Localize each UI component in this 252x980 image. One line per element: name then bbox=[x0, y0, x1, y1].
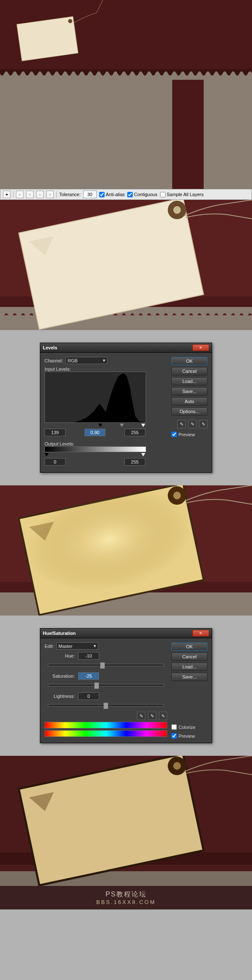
subtract-selection-icon[interactable]: ▫ bbox=[36, 191, 44, 198]
chevron-down-icon: ▾ bbox=[94, 643, 96, 649]
white-point-slider bbox=[141, 424, 145, 427]
footer: PS教程论坛 BBS.16XX8.COM bbox=[0, 886, 252, 909]
input-black[interactable] bbox=[45, 429, 66, 436]
svg-rect-4 bbox=[17, 16, 78, 61]
saturation-slider[interactable] bbox=[48, 684, 164, 687]
close-button[interactable]: ✕ bbox=[192, 344, 209, 351]
tutorial-image-3 bbox=[0, 485, 252, 616]
input-gamma[interactable] bbox=[84, 429, 105, 436]
tutorial-image-1 bbox=[0, 0, 252, 189]
tolerance-label: Tolerance: bbox=[59, 192, 81, 197]
new-selection-icon[interactable]: ▫ bbox=[16, 191, 24, 198]
lightness-slider[interactable] bbox=[48, 704, 164, 707]
options-button[interactable]: Options... bbox=[171, 407, 207, 416]
anti-alias-checkbox[interactable]: Anti-alias bbox=[99, 192, 125, 197]
sample-all-checkbox[interactable]: Sample All Layers bbox=[160, 192, 204, 197]
magic-wand-icon[interactable]: ✦ bbox=[3, 191, 10, 198]
out-white-slider bbox=[141, 453, 145, 456]
input-white[interactable] bbox=[124, 429, 145, 436]
input-levels-label: Input Levels: bbox=[45, 367, 71, 372]
eyedropper-subtract-icon[interactable]: ✎ bbox=[159, 712, 167, 720]
hue-spectrum-top bbox=[45, 722, 167, 728]
preview-checkbox[interactable]: Preview bbox=[171, 733, 207, 739]
hue-label: Hue: bbox=[45, 653, 78, 658]
gamma-slider bbox=[120, 424, 124, 427]
output-levels-label: Output Levels: bbox=[45, 441, 74, 446]
edit-label: Edit: bbox=[45, 644, 54, 649]
intersect-selection-icon[interactable]: ▫ bbox=[46, 191, 54, 198]
chevron-down-icon: ▾ bbox=[103, 358, 105, 363]
output-sliders[interactable] bbox=[45, 453, 145, 456]
saturation-input[interactable] bbox=[78, 672, 99, 680]
levels-titlebar[interactable]: Levels ✕ bbox=[40, 343, 212, 353]
save-button[interactable]: Save... bbox=[171, 387, 207, 396]
gray-eyedropper-icon[interactable]: ✎ bbox=[188, 420, 197, 428]
edit-select[interactable]: Master▾ bbox=[56, 642, 98, 650]
output-white[interactable] bbox=[124, 458, 145, 466]
options-toolbar: ✦ ▫ ▫ ▫ ▫ Tolerance: Anti-alias Contiguo… bbox=[0, 189, 252, 200]
out-black-slider bbox=[45, 453, 49, 456]
output-black[interactable] bbox=[45, 458, 66, 466]
hue-slider[interactable] bbox=[48, 664, 164, 666]
load-button[interactable]: Load... bbox=[171, 663, 207, 671]
preview-checkbox[interactable]: Preview bbox=[171, 432, 207, 437]
tutorial-image-2 bbox=[0, 200, 252, 330]
ok-button[interactable]: OK bbox=[171, 642, 207, 651]
close-button[interactable]: ✕ bbox=[192, 630, 209, 637]
hue-spectrum-bottom bbox=[45, 730, 167, 737]
eyedropper-icon[interactable]: ✎ bbox=[137, 712, 145, 720]
auto-button[interactable]: Auto bbox=[171, 397, 207, 406]
black-point-slider bbox=[98, 424, 102, 427]
footer-url: BBS.16XX8.COM bbox=[0, 899, 252, 905]
black-eyedropper-icon[interactable]: ✎ bbox=[177, 420, 186, 428]
levels-title: Levels bbox=[43, 345, 57, 350]
levels-dialog: Levels ✕ Channel: RGB▾ Input Levels: Out… bbox=[40, 343, 212, 473]
channel-label: Channel: bbox=[45, 358, 63, 363]
add-selection-icon[interactable]: ▫ bbox=[26, 191, 34, 198]
contiguous-checkbox[interactable]: Contiguous bbox=[127, 192, 158, 197]
hs-title: Hue/Saturation bbox=[43, 631, 76, 636]
save-button[interactable]: Save... bbox=[171, 673, 207, 681]
hs-titlebar[interactable]: Hue/Saturation ✕ bbox=[40, 629, 212, 638]
footer-title: PS教程论坛 bbox=[0, 890, 252, 899]
hue-saturation-dialog: Hue/Saturation ✕ Edit: Master▾ Hue: Satu… bbox=[40, 628, 212, 743]
input-sliders[interactable] bbox=[45, 424, 145, 427]
ok-button[interactable]: OK bbox=[171, 357, 207, 365]
channel-select[interactable]: RGB▾ bbox=[66, 357, 108, 364]
hue-input[interactable] bbox=[78, 652, 99, 660]
tolerance-input[interactable] bbox=[83, 191, 97, 198]
white-eyedropper-icon[interactable]: ✎ bbox=[199, 420, 207, 428]
lightness-input[interactable] bbox=[78, 692, 99, 700]
cancel-button[interactable]: Cancel bbox=[171, 367, 207, 375]
output-gradient[interactable] bbox=[45, 446, 146, 452]
load-button[interactable]: Load... bbox=[171, 377, 207, 385]
lightness-label: Lightness: bbox=[45, 694, 78, 699]
eyedropper-add-icon[interactable]: ✎ bbox=[148, 712, 156, 720]
colorize-checkbox[interactable]: Colorize bbox=[171, 724, 207, 730]
cancel-button[interactable]: Cancel bbox=[171, 652, 207, 661]
histogram bbox=[45, 372, 146, 423]
saturation-label: Saturation: bbox=[45, 673, 78, 679]
tutorial-image-4 bbox=[0, 756, 252, 886]
svg-rect-3 bbox=[172, 80, 204, 189]
